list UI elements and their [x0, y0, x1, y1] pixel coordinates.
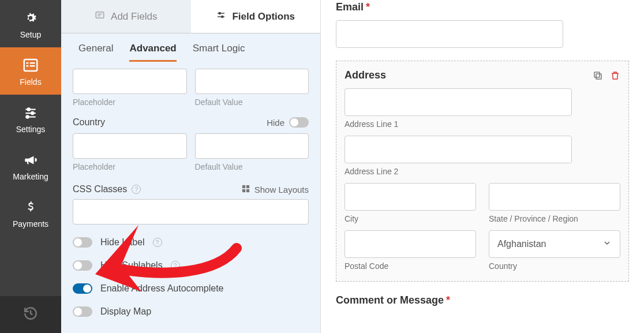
- default-value-caption-2: Default Value: [195, 162, 309, 171]
- gear-icon: [22, 9, 39, 27]
- list-icon: [22, 57, 39, 74]
- placeholder-input-1[interactable]: [73, 69, 187, 94]
- svg-point-10: [26, 115, 28, 118]
- svg-rect-20: [242, 189, 245, 192]
- subtab-smart-logic[interactable]: Smart Logic: [193, 43, 245, 62]
- svg-rect-21: [246, 189, 249, 192]
- default-value-input-2[interactable]: [195, 133, 309, 159]
- email-field-label: Email: [336, 1, 364, 13]
- enable-address-autocomplete-toggle[interactable]: [73, 283, 92, 294]
- history-icon: [23, 306, 38, 323]
- sidebar-item-fields[interactable]: Fields: [0, 47, 61, 95]
- svg-rect-19: [246, 185, 249, 188]
- hide-label-text: Hide Label: [100, 237, 145, 248]
- svg-rect-1: [27, 62, 29, 64]
- css-classes-label: CSS Classes: [73, 184, 127, 194]
- address-line2-input[interactable]: [345, 136, 572, 163]
- hide-sublabels-toggle[interactable]: [73, 260, 92, 271]
- address-line1-input[interactable]: [345, 88, 572, 116]
- state-sublabel: State / Province / Region: [489, 214, 620, 223]
- default-value-caption-1: Default Value: [195, 98, 309, 107]
- css-classes-input[interactable]: [73, 199, 309, 225]
- card-icon: [95, 10, 105, 23]
- hide-country-toggle[interactable]: [289, 117, 309, 128]
- address-field-block[interactable]: Address Address Line 1 Address Line 2 Ci…: [336, 61, 629, 282]
- subtab-general[interactable]: General: [78, 43, 113, 62]
- dollar-icon: [22, 199, 39, 216]
- sidebar-setup-label: Setup: [20, 30, 42, 39]
- help-icon[interactable]: ?: [171, 261, 180, 270]
- country-sublabel: Country: [489, 261, 620, 271]
- chevron-down-icon: [602, 238, 612, 250]
- address-line1-sublabel: Address Line 1: [345, 119, 620, 129]
- help-icon[interactable]: ?: [153, 238, 162, 247]
- svg-rect-2: [30, 62, 35, 64]
- city-input[interactable]: [345, 183, 476, 211]
- svg-rect-3: [27, 65, 29, 67]
- required-indicator: *: [446, 294, 450, 306]
- svg-point-8: [31, 112, 33, 114]
- subtab-advanced[interactable]: Advanced: [129, 43, 176, 62]
- sidebar-marketing-label: Marketing: [13, 172, 48, 181]
- sidebar-item-marketing[interactable]: Marketing: [0, 142, 61, 189]
- svg-rect-4: [30, 65, 35, 67]
- tab-field-options-label: Field Options: [232, 11, 295, 23]
- form-preview: Email * Address Address Line 1 Address L…: [321, 0, 644, 333]
- required-indicator: *: [366, 1, 370, 13]
- sidebar-item-payments[interactable]: Payments: [0, 189, 61, 237]
- sidebar-payments-label: Payments: [13, 219, 48, 229]
- bullhorn-icon: [22, 151, 39, 169]
- postal-code-input[interactable]: [345, 230, 476, 258]
- sidebar-settings-label: Settings: [16, 125, 46, 134]
- svg-rect-11: [96, 12, 104, 18]
- sliders-icon: [22, 104, 39, 121]
- tab-field-options[interactable]: Field Options: [191, 0, 321, 33]
- grid-icon: [242, 185, 250, 194]
- postal-sublabel: Postal Code: [345, 261, 476, 271]
- sidebar-fields-label: Fields: [20, 77, 41, 87]
- email-input[interactable]: [336, 20, 563, 48]
- placeholder-caption-2: Placeholder: [73, 162, 187, 171]
- address-field-label: Address: [345, 69, 386, 81]
- tab-add-fields[interactable]: Add Fields: [61, 0, 191, 33]
- display-map-toggle[interactable]: [73, 306, 92, 317]
- sidebar-item-history[interactable]: [0, 296, 61, 333]
- svg-rect-23: [594, 72, 600, 77]
- country-value: Afghanistan: [497, 239, 546, 249]
- show-layouts-link[interactable]: Show Layouts: [254, 185, 309, 194]
- country-select[interactable]: Afghanistan: [489, 230, 620, 258]
- tab-add-fields-label: Add Fields: [111, 11, 157, 23]
- svg-point-6: [28, 108, 30, 110]
- display-map-text: Display Map: [100, 306, 151, 317]
- svg-rect-18: [242, 185, 245, 188]
- placeholder-input-2[interactable]: [73, 133, 187, 159]
- city-sublabel: City: [345, 214, 476, 223]
- svg-point-15: [219, 13, 221, 14]
- duplicate-icon[interactable]: [593, 70, 603, 81]
- address-line2-sublabel: Address Line 2: [345, 167, 620, 176]
- trash-icon[interactable]: [610, 70, 620, 81]
- svg-point-17: [222, 16, 223, 18]
- enable-address-autocomplete-text: Enable Address Autocomplete: [100, 283, 223, 294]
- default-value-input-1[interactable]: [195, 69, 309, 94]
- field-options-panel: Add Fields Field Options General Advance…: [61, 0, 321, 333]
- hide-label: Hide: [267, 118, 284, 128]
- state-input[interactable]: [489, 183, 620, 211]
- comment-field-label: Comment or Message: [336, 294, 444, 306]
- app-sidebar: Setup Fields Settings Marketing Payments: [0, 0, 61, 333]
- subtabs: General Advanced Smart Logic: [61, 33, 320, 62]
- svg-rect-22: [596, 74, 601, 79]
- help-icon[interactable]: ?: [132, 185, 141, 194]
- hide-sublabels-text: Hide Sublabels: [100, 260, 163, 271]
- settings-icon: [216, 10, 226, 23]
- sidebar-item-settings[interactable]: Settings: [0, 95, 61, 142]
- hide-label-toggle[interactable]: [73, 237, 92, 248]
- country-section-label: Country: [73, 117, 105, 128]
- placeholder-caption-1: Placeholder: [73, 98, 187, 107]
- panel-tabs: Add Fields Field Options: [61, 0, 320, 33]
- sidebar-item-setup[interactable]: Setup: [0, 0, 61, 47]
